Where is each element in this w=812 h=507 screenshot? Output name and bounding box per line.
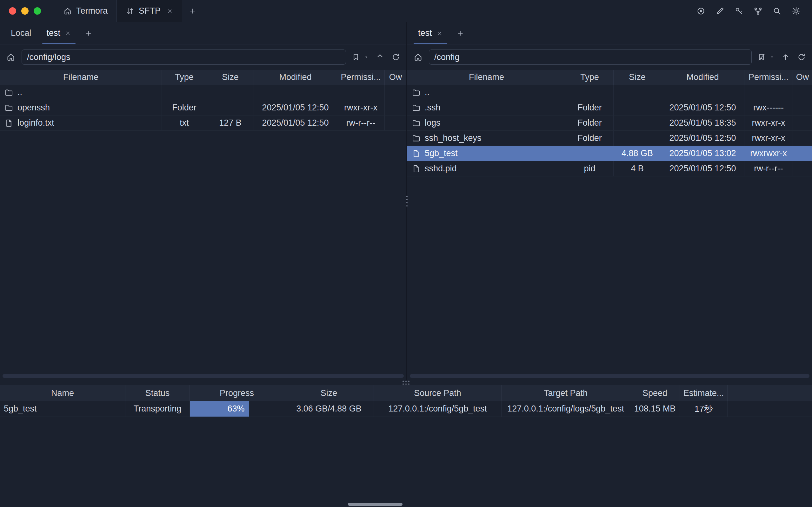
edit-icon[interactable] xyxy=(714,5,726,17)
close-window-button[interactable] xyxy=(9,7,16,15)
file-modified: 2025/01/05 18:35 xyxy=(661,115,744,130)
column-size[interactable]: Size xyxy=(613,70,661,85)
settings-icon[interactable] xyxy=(790,5,803,17)
column-filename[interactable]: Filename xyxy=(407,70,566,85)
column-filename[interactable]: Filename xyxy=(0,70,162,85)
column-owner[interactable]: Ow xyxy=(385,70,406,85)
file-size xyxy=(207,100,254,115)
column-type[interactable]: Type xyxy=(162,70,207,85)
table-row-selected[interactable]: 5gb_test 4.88 GB 2025/01/05 13:02 rwxrwx… xyxy=(407,146,812,161)
file-type xyxy=(566,146,613,161)
tab-sftp[interactable]: SFTP xyxy=(116,0,182,22)
refresh-icon[interactable] xyxy=(796,50,808,64)
file-name: openssh xyxy=(17,103,50,113)
transfer-target-path: 127.0.0.1:/config/logs/5gb_test xyxy=(501,401,630,416)
caret-down-icon[interactable] xyxy=(768,50,776,64)
tab-termora[interactable]: Termora xyxy=(54,0,116,22)
file-size xyxy=(613,131,661,146)
parent-directory-button[interactable] xyxy=(779,50,792,64)
transfer-row[interactable]: 5gb_test Transporting 63% 3.06 GB/4.88 G… xyxy=(0,401,812,417)
caret-down-icon[interactable] xyxy=(363,50,370,64)
parent-directory-button[interactable] xyxy=(374,50,386,64)
close-tab-icon[interactable] xyxy=(436,30,443,37)
table-row[interactable]: logs Folder 2025/01/05 18:35 rwxr-xr-x xyxy=(407,115,812,131)
file-icon xyxy=(4,119,13,127)
transfer-source-path: 127.0.0.1:/config/5gb_test xyxy=(374,401,501,416)
home-icon[interactable] xyxy=(411,50,425,64)
minimize-window-button[interactable] xyxy=(21,7,29,15)
column-estimate[interactable]: Estimate... xyxy=(680,385,727,401)
left-path-input[interactable] xyxy=(21,50,346,65)
bookmark-slash-icon xyxy=(756,50,767,64)
column-name[interactable]: Name xyxy=(0,385,125,401)
table-row[interactable]: sshd.pid pid 4 B 2025/01/05 12:50 rw-r--… xyxy=(407,161,812,176)
table-row[interactable]: .. xyxy=(407,85,812,100)
column-source-path[interactable]: Source Path xyxy=(374,385,501,401)
table-row[interactable]: loginfo.txt txt 127 B 2025/01/05 12:50 r… xyxy=(0,115,406,131)
zoom-window-button[interactable] xyxy=(34,7,41,15)
refresh-icon[interactable] xyxy=(390,50,402,64)
table-row[interactable]: .ssh Folder 2025/01/05 12:50 rwx------ xyxy=(407,100,812,115)
column-speed[interactable]: Speed xyxy=(630,385,680,401)
branch-icon[interactable] xyxy=(752,5,764,17)
column-modified[interactable]: Modified xyxy=(661,70,744,85)
column-status[interactable]: Status xyxy=(125,385,190,401)
file-modified: 2025/01/05 12:50 xyxy=(254,100,337,115)
file-name: 5gb_test xyxy=(425,149,458,158)
home-icon[interactable] xyxy=(4,50,18,64)
transfer-speed: 108.15 MB xyxy=(630,401,680,416)
tab-test-right[interactable]: test xyxy=(411,22,450,44)
key-icon[interactable] xyxy=(733,5,745,17)
close-tab-icon[interactable] xyxy=(167,8,173,14)
new-window-tab-button[interactable] xyxy=(182,0,203,22)
home-icon xyxy=(63,7,72,15)
left-pathbar xyxy=(0,44,406,70)
bottom-scrollbar-thumb[interactable] xyxy=(348,503,402,506)
left-file-table: Filename Type Size Modified Permissi... … xyxy=(0,70,406,380)
bookmark-button[interactable] xyxy=(350,50,370,64)
file-size: 127 B xyxy=(207,115,254,130)
bookmark-button[interactable] xyxy=(756,50,776,64)
file-type: Folder xyxy=(566,100,613,115)
column-permissions[interactable]: Permissi... xyxy=(744,70,793,85)
file-type: Folder xyxy=(566,131,613,146)
file-name: ssh_host_keys xyxy=(425,133,482,143)
file-type: txt xyxy=(162,115,207,130)
column-progress[interactable]: Progress xyxy=(190,385,284,401)
file-name: logs xyxy=(425,118,441,128)
column-size[interactable]: Size xyxy=(207,70,254,85)
add-tab-button[interactable] xyxy=(79,22,98,44)
file-owner xyxy=(793,85,812,100)
tab-local[interactable]: Local xyxy=(3,22,39,44)
folder-icon xyxy=(412,134,421,143)
column-target-path[interactable]: Target Path xyxy=(501,385,630,401)
file-owner xyxy=(793,146,812,161)
column-modified[interactable]: Modified xyxy=(254,70,337,85)
column-permissions[interactable]: Permissi... xyxy=(337,70,385,85)
column-owner[interactable]: Ow xyxy=(793,70,812,85)
right-path-input[interactable] xyxy=(429,50,752,65)
search-icon[interactable] xyxy=(771,5,783,17)
tab-test-left[interactable]: test xyxy=(39,22,79,44)
record-icon[interactable] xyxy=(695,5,707,17)
file-modified: 2025/01/05 12:50 xyxy=(254,115,337,130)
table-row[interactable]: ssh_host_keys Folder 2025/01/05 12:50 rw… xyxy=(407,131,812,146)
table-row[interactable]: openssh Folder 2025/01/05 12:50 rwxr-xr-… xyxy=(0,100,406,115)
transfers-header: Name Status Progress Size Source Path Ta… xyxy=(0,385,812,401)
close-tab-icon[interactable] xyxy=(65,30,71,37)
horizontal-scrollbar[interactable] xyxy=(3,374,404,378)
table-row[interactable]: .. xyxy=(0,85,406,100)
tab-sftp-label: SFTP xyxy=(139,6,161,16)
file-name: sshd.pid xyxy=(425,164,457,174)
horizontal-scrollbar[interactable] xyxy=(410,374,809,378)
folder-icon xyxy=(412,119,421,127)
transfer-status: Transporting xyxy=(125,401,190,416)
transfers-splitter[interactable] xyxy=(0,380,812,385)
add-tab-button[interactable] xyxy=(450,22,470,44)
column-type[interactable]: Type xyxy=(566,70,613,85)
file-modified: 2025/01/05 12:50 xyxy=(661,100,744,115)
file-permissions: rwxr-xr-x xyxy=(744,115,793,130)
file-type: Folder xyxy=(162,100,207,115)
column-filler xyxy=(727,385,812,401)
column-size[interactable]: Size xyxy=(284,385,374,401)
